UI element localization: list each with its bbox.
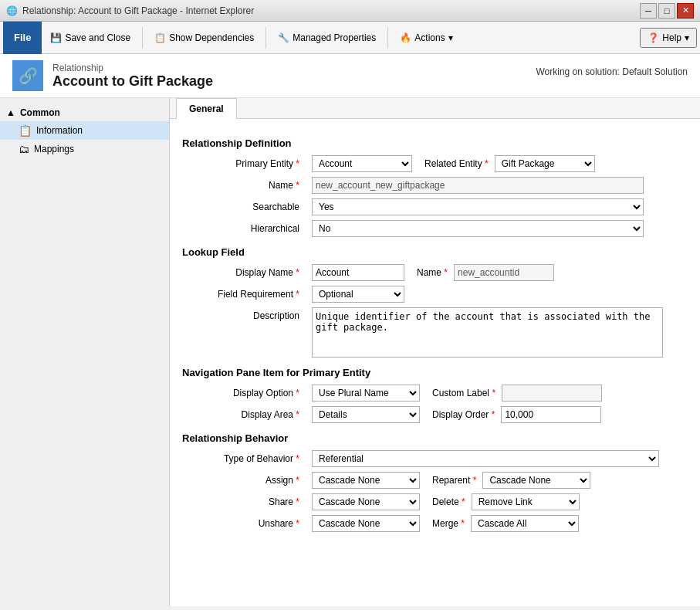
display-area-required: * [296,409,299,420]
managed-properties-button[interactable]: 🔧 Managed Properties [271,25,383,50]
sidebar-section-common[interactable]: ▲ Common [0,104,169,121]
name-row: Name * [182,177,688,194]
display-area-select[interactable]: Details [312,406,420,423]
type-of-behavior-row: Type of Behavior * Referential [182,450,688,467]
display-order-input[interactable] [501,406,601,423]
searchable-label: Searchable [182,202,306,212]
related-entity-select[interactable]: Gift Package [495,155,595,172]
nav-pane-header: Navigation Pane Item for Primary Entity [182,367,688,378]
restore-button[interactable]: □ [658,3,675,19]
reparent-required: * [473,475,477,486]
separator-2 [265,27,266,49]
actions-label: Actions [414,32,445,43]
close-button[interactable]: ✕ [677,3,694,19]
type-of-behavior-label: Type of Behavior * [182,453,306,464]
lookup-field-header: Lookup Field [182,246,688,258]
solution-label: Working on solution: Default Solution [536,66,688,77]
assign-required: * [296,475,299,486]
share-select[interactable]: Cascade None [312,493,420,510]
save-button[interactable]: 💾 Save and Close [43,25,137,50]
minimize-button[interactable]: ─ [640,3,657,19]
help-button[interactable]: ❓ Help ▾ [640,28,697,48]
mappings-icon: 🗂 [19,143,29,155]
unshare-label: Unshare * [182,518,306,529]
sidebar-item-information[interactable]: 📋 Information [0,121,169,140]
primary-entity-label: Primary Entity * [182,158,306,169]
collapse-icon: ▲ [6,107,15,118]
related-entity-label: Related Entity * [424,158,489,169]
custom-label-input[interactable] [502,385,602,402]
primary-related-entity-row: Primary Entity * Account Related Entity … [182,155,688,172]
sidebar-item-mappings-label: Mappings [34,144,74,154]
relationship-behavior-header: Relationship Behavior [182,432,688,444]
sidebar-item-mappings[interactable]: 🗂 Mappings [0,140,169,158]
display-option-select[interactable]: Use Plural Name [312,385,420,402]
merge-select[interactable]: Cascade All [471,515,579,532]
header-text: Relationship Account to Gift Package [52,63,213,90]
field-requirement-select[interactable]: Optional [312,286,404,303]
reparent-select[interactable]: Cascade None [482,472,590,489]
page-title: Account to Gift Package [52,73,213,90]
name2-label: Name * [417,267,448,278]
separator-1 [142,27,143,49]
help-chevron-icon: ▾ [685,32,689,43]
share-delete-row: Share * Cascade None Delete * Remove Lin… [182,493,688,510]
name2-input[interactable] [454,264,554,281]
help-label: Help [662,32,681,43]
title-bar: 🌐 Relationship: Account to Gift Package … [0,0,700,22]
help-icon: ❓ [648,32,659,43]
display-order-label: Display Order * [432,409,495,420]
description-label: Description [182,307,306,321]
display-option-row: Display Option * Use Plural Name Custom … [182,385,688,402]
actions-icon: 🔥 [400,32,411,43]
toolbar: File 💾 Save and Close 📋 Show Dependencie… [0,22,700,54]
searchable-row: Searchable Yes [182,198,688,215]
delete-label: Delete * [432,496,465,507]
unshare-select[interactable]: Cascade None [312,515,420,532]
show-dependencies-button[interactable]: 📋 Show Dependencies [147,25,261,50]
description-textarea[interactable] [312,307,663,358]
tab-general[interactable]: General [176,98,237,119]
description-row: Description [182,307,688,358]
field-requirement-required: * [296,289,299,300]
display-name-required: * [296,267,299,278]
information-icon: 📋 [19,124,32,137]
delete-select[interactable]: Remove Link [472,493,580,510]
section-label: Common [20,107,60,118]
primary-entity-select[interactable]: Account [312,155,412,172]
field-requirement-row: Field Requirement * Optional [182,286,688,303]
title-bar-left: 🌐 Relationship: Account to Gift Package … [6,5,254,16]
name-input[interactable] [312,177,644,194]
name-label: Name * [182,180,306,191]
actions-chevron-icon: ▾ [448,32,453,43]
display-area-label: Display Area * [182,409,306,420]
assign-select[interactable]: Cascade None [312,472,420,489]
assign-label: Assign * [182,475,306,486]
unshare-merge-row: Unshare * Cascade None Merge * Cascade A… [182,515,688,532]
actions-button[interactable]: 🔥 Actions ▾ [393,25,459,50]
title-bar-title: Relationship: Account to Gift Package - … [22,5,254,16]
name-required: * [296,180,299,191]
searchable-select[interactable]: Yes [312,198,644,215]
type-of-behavior-select[interactable]: Referential [312,450,659,467]
form-content: Relationship Definition Primary Entity *… [170,119,700,546]
hierarchical-label: Hierarchical [182,223,306,234]
share-required: * [296,496,299,507]
hierarchical-select[interactable]: No [312,220,644,237]
breadcrumb: Relationship [52,63,213,73]
display-name-input[interactable] [312,264,404,281]
separator-3 [387,27,388,49]
display-area-row: Display Area * Details Display Order * [182,406,688,423]
relationship-definition-header: Relationship Definition [182,137,688,149]
tab-bar: General [170,98,700,119]
display-order-required: * [492,409,495,420]
title-bar-controls[interactable]: ─ □ ✕ [640,3,694,19]
related-entity-required: * [485,158,489,169]
main-layout: ▲ Common 📋 Information 🗂 Mappings Genera… [0,98,700,606]
display-name-row: Display Name * Name * [182,264,688,281]
managed-properties-icon: 🔧 [278,32,289,43]
file-button[interactable]: File [3,22,42,54]
share-label: Share * [182,496,306,507]
display-option-required: * [296,388,299,398]
primary-entity-required: * [296,158,299,169]
